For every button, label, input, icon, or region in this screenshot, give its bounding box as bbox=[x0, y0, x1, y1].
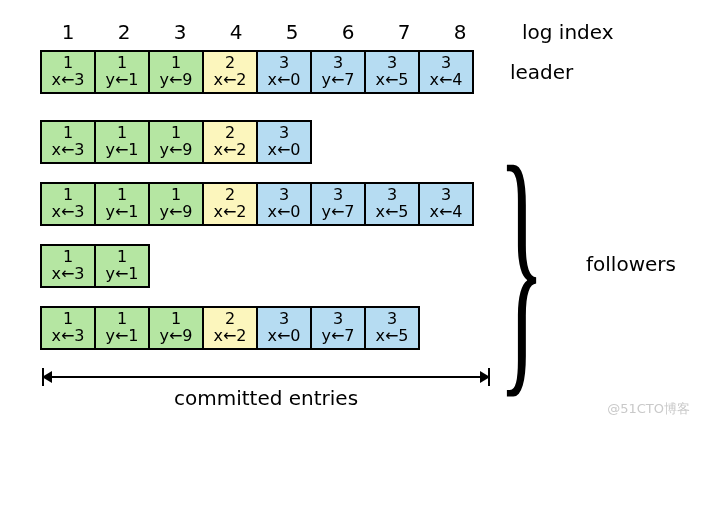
entry-cmd: y←9 bbox=[159, 204, 192, 221]
entry-cmd: y←9 bbox=[159, 328, 192, 345]
entry-cmd: x←0 bbox=[267, 328, 300, 345]
committed-label: committed entries bbox=[40, 386, 492, 410]
log-index-1: 1 bbox=[40, 20, 96, 44]
log-entry: 1y←9 bbox=[150, 52, 204, 92]
log-entry: 3x←0 bbox=[258, 308, 312, 348]
log-entry: 3x←4 bbox=[420, 184, 474, 224]
entry-cmd: x←4 bbox=[429, 204, 462, 221]
log-entry: 1x←3 bbox=[42, 122, 96, 162]
entry-cmd: x←5 bbox=[375, 204, 408, 221]
committed-range: committed entries bbox=[40, 368, 492, 416]
log-entry: 3y←7 bbox=[312, 184, 366, 224]
log-entry: 1y←1 bbox=[96, 308, 150, 348]
log-entry: 3y←7 bbox=[312, 52, 366, 92]
entry-cmd: x←3 bbox=[51, 72, 84, 89]
entry-cmd: x←2 bbox=[213, 204, 246, 221]
log-entry: 1y←9 bbox=[150, 308, 204, 348]
follower-row: 1x←31y←11y←92x←23x←03y←73x←53x←4 bbox=[40, 182, 680, 226]
entry-cmd: x←3 bbox=[51, 204, 84, 221]
log-entry: 1y←1 bbox=[96, 52, 150, 92]
entry-cmd: y←1 bbox=[105, 204, 138, 221]
entry-cmd: x←3 bbox=[51, 266, 84, 283]
log-index-5: 5 bbox=[264, 20, 320, 44]
log-entry: 1y←9 bbox=[150, 122, 204, 162]
log-index-header: 12345678 log index bbox=[40, 20, 680, 44]
log-entry: 2x←2 bbox=[204, 122, 258, 162]
entry-cmd: x←0 bbox=[267, 72, 300, 89]
log-index-4: 4 bbox=[208, 20, 264, 44]
entry-cmd: x←3 bbox=[51, 328, 84, 345]
log-cells: 1x←31y←1 bbox=[40, 244, 150, 288]
log-entry: 2x←2 bbox=[204, 184, 258, 224]
log-entry: 1y←1 bbox=[96, 246, 150, 286]
entry-cmd: x←0 bbox=[267, 142, 300, 159]
log-index-3: 3 bbox=[152, 20, 208, 44]
follower-row: 1x←31y←11y←92x←23x←0 bbox=[40, 120, 680, 164]
raft-log-diagram: 12345678 log index 1x←31y←11y←92x←23x←03… bbox=[40, 20, 680, 416]
log-index-8: 8 bbox=[432, 20, 488, 44]
log-entry: 1x←3 bbox=[42, 308, 96, 348]
log-index-label: log index bbox=[522, 20, 614, 44]
log-cells: 1x←31y←11y←92x←23x←03y←73x←53x←4 bbox=[40, 50, 474, 94]
log-entry: 1x←3 bbox=[42, 184, 96, 224]
entry-cmd: x←2 bbox=[213, 142, 246, 159]
log-entry: 3x←5 bbox=[366, 308, 420, 348]
log-entry: 1x←3 bbox=[42, 246, 96, 286]
entry-cmd: x←4 bbox=[429, 72, 462, 89]
log-entry: 1y←1 bbox=[96, 184, 150, 224]
log-entry: 2x←2 bbox=[204, 52, 258, 92]
entry-cmd: x←3 bbox=[51, 142, 84, 159]
log-entry: 1y←9 bbox=[150, 184, 204, 224]
log-entry: 3x←4 bbox=[420, 52, 474, 92]
entry-cmd: x←5 bbox=[375, 72, 408, 89]
entry-cmd: y←9 bbox=[159, 142, 192, 159]
log-cells: 1x←31y←11y←92x←23x←0 bbox=[40, 120, 312, 164]
log-entry: 3y←7 bbox=[312, 308, 366, 348]
entry-cmd: y←7 bbox=[321, 328, 354, 345]
entry-cmd: y←1 bbox=[105, 72, 138, 89]
entry-cmd: x←5 bbox=[375, 328, 408, 345]
entry-cmd: y←7 bbox=[321, 204, 354, 221]
watermark: @51CTO博客 bbox=[607, 400, 690, 418]
log-cells: 1x←31y←11y←92x←23x←03y←73x←53x←4 bbox=[40, 182, 474, 226]
log-entry: 3x←0 bbox=[258, 52, 312, 92]
entry-cmd: y←1 bbox=[105, 266, 138, 283]
leader-label: leader bbox=[510, 60, 573, 84]
entry-cmd: y←1 bbox=[105, 142, 138, 159]
entry-cmd: x←2 bbox=[213, 72, 246, 89]
log-index-7: 7 bbox=[376, 20, 432, 44]
entry-cmd: x←0 bbox=[267, 204, 300, 221]
log-entry: 3x←5 bbox=[366, 184, 420, 224]
log-cells: 1x←31y←11y←92x←23x←03y←73x←5 bbox=[40, 306, 420, 350]
entry-cmd: y←1 bbox=[105, 328, 138, 345]
log-entry: 3x←5 bbox=[366, 52, 420, 92]
log-entry: 3x←0 bbox=[258, 122, 312, 162]
entry-cmd: y←9 bbox=[159, 72, 192, 89]
leader-row: 1x←31y←11y←92x←23x←03y←73x←53x←4leader bbox=[40, 50, 680, 94]
log-entry: 1y←1 bbox=[96, 122, 150, 162]
entry-cmd: x←2 bbox=[213, 328, 246, 345]
follower-row: 1x←31y←11y←92x←23x←03y←73x←5 bbox=[40, 306, 680, 350]
follower-row: 1x←31y←1 bbox=[40, 244, 680, 288]
log-entry: 2x←2 bbox=[204, 308, 258, 348]
range-bar bbox=[42, 376, 490, 378]
followers-label: followers bbox=[586, 252, 676, 276]
log-entry: 3x←0 bbox=[258, 184, 312, 224]
log-entry: 1x←3 bbox=[42, 52, 96, 92]
log-index-6: 6 bbox=[320, 20, 376, 44]
range-tick-right-icon bbox=[488, 368, 490, 386]
log-index-2: 2 bbox=[96, 20, 152, 44]
entry-cmd: y←7 bbox=[321, 72, 354, 89]
